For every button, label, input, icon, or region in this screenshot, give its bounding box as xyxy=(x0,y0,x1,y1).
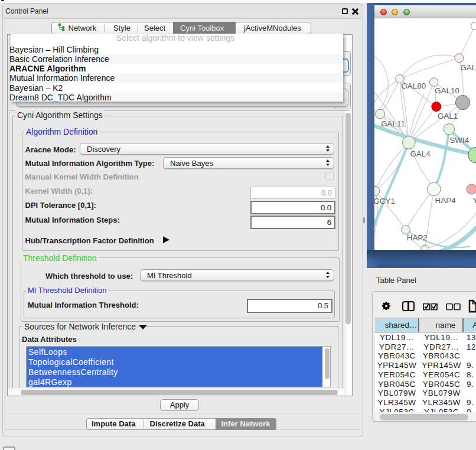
svg-text:GAL80: GAL80 xyxy=(401,81,426,90)
svg-text:GAL1: GAL1 xyxy=(438,112,458,120)
svg-text:GAL11: GAL11 xyxy=(381,119,405,128)
svg-text:GAL10: GAL10 xyxy=(435,86,459,95)
svg-text:SWI4: SWI4 xyxy=(449,136,469,145)
svg-text:HAP2: HAP2 xyxy=(407,233,428,242)
svg-text:Y: Y xyxy=(473,196,476,205)
svg-text:GAL4: GAL4 xyxy=(410,149,431,158)
svg-text:GCY1: GCY1 xyxy=(374,197,395,206)
svg-text:GAL: GAL xyxy=(460,63,476,72)
svg-text:HAP4: HAP4 xyxy=(435,196,457,205)
